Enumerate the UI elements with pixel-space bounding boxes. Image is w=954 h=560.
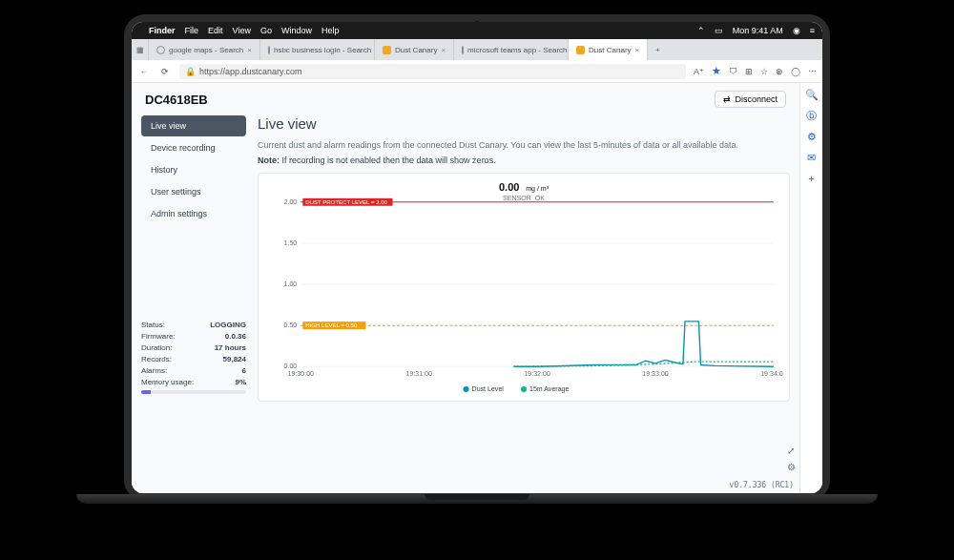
bing-icon[interactable]: ⓑ bbox=[806, 110, 818, 121]
panel-note: Note: If recording is not enabled then t… bbox=[258, 156, 790, 165]
stat-label: Firmware: bbox=[141, 331, 176, 342]
tab-1[interactable]: google maps - Search× bbox=[149, 39, 260, 60]
tab-label: microsoft teams app - Search bbox=[467, 46, 567, 54]
dustcanary-icon bbox=[383, 46, 391, 54]
version-label: v0.7.336 (RC1) bbox=[730, 481, 794, 489]
svg-text:0.00: 0.00 bbox=[284, 363, 298, 369]
svg-text:1.00: 1.00 bbox=[284, 280, 298, 287]
tab-actions-icon[interactable]: ▦ bbox=[132, 39, 149, 60]
svg-text:19:33:00: 19:33:00 bbox=[642, 370, 669, 377]
app-content: DC4618EB ⇄ Disconnect Live view Device r… bbox=[132, 83, 799, 493]
svg-point-23 bbox=[464, 386, 469, 392]
control-center-icon[interactable]: ◉ bbox=[793, 26, 800, 35]
search-icon bbox=[156, 46, 165, 54]
address-bar[interactable]: 🔒 https://app.dustcanary.com bbox=[179, 64, 686, 79]
tools-icon[interactable]: ⚙ bbox=[806, 131, 818, 142]
svg-text:19:32:00: 19:32:00 bbox=[524, 370, 550, 377]
mac-menu-help[interactable]: Help bbox=[321, 26, 340, 35]
add-icon[interactable]: + bbox=[806, 173, 818, 184]
new-tab-button[interactable]: + bbox=[648, 39, 667, 60]
nav-label: User settings bbox=[151, 187, 201, 197]
sidebar: Live view Device recording History User … bbox=[141, 115, 246, 402]
mac-menubar: Finder File Edit View Go Window Help ⌃ ▭… bbox=[132, 22, 822, 39]
nav-admin-settings[interactable]: Admin settings bbox=[141, 203, 246, 224]
favorites-bar-icon[interactable]: ☆ bbox=[760, 67, 768, 76]
panel-description: Current dust and alarm readings from the… bbox=[258, 139, 790, 153]
mac-menu-edit[interactable]: Edit bbox=[208, 26, 223, 35]
siri-icon[interactable]: ≡ bbox=[810, 26, 815, 35]
svg-text:0.50: 0.50 bbox=[284, 321, 298, 328]
favorite-icon[interactable]: ★ bbox=[712, 65, 721, 77]
nav-label: Admin settings bbox=[151, 209, 207, 218]
stat-value: LOGGING bbox=[210, 320, 246, 331]
dustcanary-icon bbox=[576, 46, 585, 54]
tab-2[interactable]: hsbc business login - Search× bbox=[260, 39, 375, 60]
tab-4[interactable]: microsoft teams app - Search× bbox=[454, 39, 569, 60]
device-stats: Status:LOGGING Firmware:0.0.36 Duration:… bbox=[141, 320, 246, 394]
live-chart: 0.000.501.001.502.0019:30:0019:31:0019:3… bbox=[258, 173, 790, 402]
tab-label: Dust Canary bbox=[589, 46, 631, 54]
disconnect-icon: ⇄ bbox=[723, 94, 731, 104]
disconnect-button[interactable]: ⇄ Disconnect bbox=[715, 91, 786, 108]
collections-icon[interactable]: ⊕ bbox=[776, 67, 783, 76]
svg-text:HIGH LEVEL = 0.50: HIGH LEVEL = 0.50 bbox=[305, 322, 358, 328]
stat-value: 6 bbox=[242, 365, 246, 377]
nav-label: Device recording bbox=[151, 143, 216, 153]
outlook-icon[interactable]: ✉ bbox=[806, 152, 818, 163]
stat-label: Duration: bbox=[141, 342, 172, 354]
stat-value: 17 hours bbox=[215, 342, 246, 354]
svg-text:19:34:00: 19:34:00 bbox=[760, 370, 783, 377]
nav-history[interactable]: History bbox=[141, 159, 246, 180]
stat-label: Alarms: bbox=[141, 365, 167, 377]
mac-menu-go[interactable]: Go bbox=[260, 26, 272, 35]
url-text: https://app.dustcanary.com bbox=[199, 67, 301, 76]
expand-icon[interactable]: ⤢ bbox=[787, 446, 796, 456]
extensions-icon[interactable]: ⊞ bbox=[745, 67, 753, 76]
disconnect-label: Disconnect bbox=[735, 94, 778, 104]
profile-icon[interactable]: ◯ bbox=[791, 67, 800, 76]
nav-live-view[interactable]: Live view bbox=[141, 115, 246, 136]
nav-label: History bbox=[151, 165, 177, 175]
menu-icon[interactable]: ⋯ bbox=[808, 67, 817, 76]
svg-text:2.00: 2.00 bbox=[284, 197, 298, 204]
browser-toolbar: ← ⟳ 🔒 https://app.dustcanary.com A⁺ ★ ⛉ … bbox=[132, 60, 822, 83]
svg-text:0.00 mg / m³: 0.00 mg / m³ bbox=[499, 180, 550, 193]
tab-3[interactable]: Dust Canary× bbox=[375, 39, 454, 60]
svg-text:DUST PROTECT LEVEL = 2.00: DUST PROTECT LEVEL = 2.00 bbox=[305, 198, 387, 204]
clock: Mon 9:41 AM bbox=[733, 26, 783, 35]
reading-mode-icon[interactable]: A⁺ bbox=[694, 67, 704, 76]
search-icon bbox=[462, 46, 464, 54]
svg-text:19:31:00: 19:31:00 bbox=[405, 370, 432, 377]
back-button[interactable]: ← bbox=[137, 67, 151, 76]
nav-user-settings[interactable]: User settings bbox=[141, 181, 246, 202]
mac-menu-file[interactable]: File bbox=[185, 26, 199, 35]
browser-tab-strip: ▦ google maps - Search× hsbc business lo… bbox=[132, 39, 822, 60]
search-icon[interactable]: 🔍 bbox=[806, 89, 818, 100]
stat-value: 9% bbox=[235, 377, 246, 388]
close-icon[interactable]: × bbox=[247, 46, 252, 54]
battery-icon[interactable]: ▭ bbox=[715, 26, 723, 35]
svg-text:19:30:00: 19:30:00 bbox=[288, 370, 315, 377]
wifi-icon[interactable]: ⌃ bbox=[697, 26, 705, 35]
nav-label: Live view bbox=[151, 121, 186, 131]
svg-text:1.50: 1.50 bbox=[284, 239, 298, 245]
mac-app-name[interactable]: Finder bbox=[149, 26, 176, 35]
shield-icon[interactable]: ⛉ bbox=[729, 67, 737, 76]
stat-value: 0.0.36 bbox=[225, 331, 246, 342]
mac-menu-window[interactable]: Window bbox=[281, 26, 312, 35]
stat-label: Memory usage: bbox=[141, 377, 194, 388]
device-id: DC4618EB bbox=[145, 93, 208, 107]
tab-5[interactable]: Dust Canary× bbox=[569, 39, 648, 60]
settings-icon[interactable]: ⚙ bbox=[787, 462, 796, 472]
svg-point-25 bbox=[521, 386, 527, 392]
close-icon[interactable]: × bbox=[635, 46, 640, 54]
tab-label: hsbc business login - Search bbox=[274, 46, 371, 54]
main-panel: Live view Current dust and alarm reading… bbox=[258, 115, 790, 402]
panel-title: Live view bbox=[258, 115, 790, 132]
nav-device-recording[interactable]: Device recording bbox=[141, 137, 246, 158]
search-icon bbox=[268, 46, 270, 54]
refresh-button[interactable]: ⟳ bbox=[158, 67, 172, 76]
tab-label: Dust Canary bbox=[395, 46, 437, 54]
mac-menu-view[interactable]: View bbox=[233, 26, 251, 35]
close-icon[interactable]: × bbox=[441, 46, 446, 54]
